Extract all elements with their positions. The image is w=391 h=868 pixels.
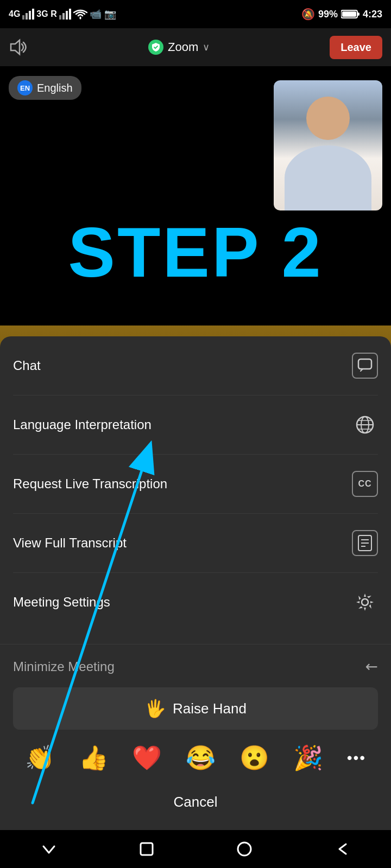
emoji-wow[interactable]: 😮 [239,744,269,772]
svg-rect-0 [22,15,24,20]
globe-icon [352,412,378,438]
svg-rect-5 [62,13,65,20]
mute-icon: 🔕 [301,8,315,21]
zoom-chevron: ∨ [203,41,210,53]
status-right: 🔕 99% 4:23 [301,8,382,21]
emoji-clap[interactable]: 👏 [25,744,55,772]
chat-label: Chat [13,358,41,373]
english-label: English [37,82,73,94]
camera-icons: 📹 📷 [90,8,116,20]
svg-rect-4 [59,15,61,20]
chat-icon [352,353,378,379]
back-arrow-icon [334,841,350,857]
menu-list: Chat Language Interpretation [0,336,391,644]
minimize-label: Minimize Meeting [13,659,115,674]
emoji-heart[interactable]: ❤️ [132,744,162,772]
svg-rect-6 [66,11,68,20]
signal-4g: 4G [9,9,20,19]
signal-bars-1 [22,9,34,20]
emoji-row: 👏 👍 ❤️ 😂 😮 🎉 ••• [0,735,391,781]
signal-bars-2 [59,9,71,20]
svg-rect-12 [358,359,371,369]
speaker-icon [9,37,28,57]
svg-rect-25 [141,843,153,855]
emoji-laugh[interactable]: 😂 [186,744,216,772]
svg-marker-11 [11,40,20,54]
nav-back-button[interactable] [334,841,350,857]
zoom-brand: Zoom ∨ [148,40,210,55]
cc-icon: CC [352,471,378,497]
live-transcription-label: Request Live Transcription [13,476,167,492]
svg-rect-7 [69,9,71,20]
battery-percent: 99% [318,9,338,20]
nav-home-button[interactable] [236,841,253,857]
svg-point-22 [362,599,368,605]
cancel-button[interactable]: Cancel [13,785,378,819]
meeting-settings-label: Meeting Settings [13,595,110,610]
nav-down-button[interactable] [41,841,57,857]
person-head [306,97,350,140]
menu-item-chat[interactable]: Chat [13,336,378,395]
menu-item-live-transcription[interactable]: Request Live Transcription CC [13,455,378,514]
language-interpretation-label: Language Interpretation [13,417,152,432]
english-badge[interactable]: EN English [9,76,81,100]
nav-bar [0,830,391,868]
battery-icon [341,9,360,19]
person-body [285,145,371,210]
full-transcript-label: View Full Transcript [13,535,127,551]
raise-hand-label: Raise Hand [173,700,247,717]
status-left: 4G 3G R 📹 📷 [9,8,116,20]
svg-rect-1 [26,13,28,20]
status-bar: 4G 3G R 📹 📷 🔕 99% 4:23 [0,0,391,28]
participant-thumbnail [274,80,382,210]
emoji-party[interactable]: 🎉 [293,744,323,772]
svg-point-26 [238,843,251,856]
home-circle-icon [236,841,253,857]
menu-item-full-transcript[interactable]: View Full Transcript [13,514,378,573]
raise-hand-button[interactable]: 🖐 Raise Hand [13,687,378,730]
menu-item-language-interpretation[interactable]: Language Interpretation [13,395,378,455]
zoom-shield-icon [148,40,163,55]
transcript-icon [352,530,378,556]
time: 4:23 [363,9,382,20]
menu-item-meeting-settings[interactable]: Meeting Settings [13,573,378,631]
signal-3gr: 3G R [36,9,56,19]
en-circle: EN [17,80,33,95]
raise-hand-emoji: 🖐 [144,698,166,719]
zoom-title: Zoom [168,40,198,54]
bottom-sheet: Chat Language Interpretation [0,336,391,830]
step2-label: STEP 2 [0,212,391,293]
svg-rect-9 [357,12,360,16]
nav-recent-button[interactable] [138,841,155,857]
speaker-button[interactable] [9,37,28,57]
person-silhouette [274,80,382,210]
emoji-thumbsup[interactable]: 👍 [79,744,109,772]
zoom-header: Zoom ∨ Leave [0,28,391,66]
gear-icon [352,589,378,615]
more-emojis-button[interactable]: ••• [347,749,366,767]
recent-apps-icon [138,841,155,857]
svg-rect-3 [32,9,34,20]
wifi-icon [73,9,87,20]
chevron-down-icon [41,841,57,857]
svg-rect-10 [342,11,356,17]
minimize-icon: ↙ [361,656,383,678]
minimize-row[interactable]: Minimize Meeting ↙ [0,644,391,682]
svg-rect-2 [29,11,31,20]
leave-button[interactable]: Leave [330,36,382,59]
